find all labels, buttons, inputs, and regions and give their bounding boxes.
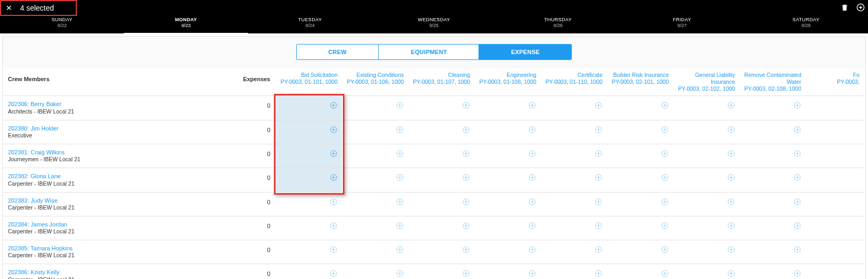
header-col-5[interactable]: Builder Risk InsurancePY-0003, 02-101, 1… xyxy=(607,68,673,95)
add-expense-cell[interactable] xyxy=(607,216,673,240)
add-expense-cell[interactable] xyxy=(805,240,864,264)
add-expense-cell[interactable] xyxy=(607,144,673,168)
add-expense-cell[interactable] xyxy=(342,95,408,119)
crew-cell[interactable]: 202382: Gloria LaneCarpenter - IBEW Loca… xyxy=(3,168,209,191)
header-col-2[interactable]: CleaningPY-0003, 01-107, 1000 xyxy=(408,68,474,95)
add-expense-cell[interactable] xyxy=(805,192,864,216)
add-expense-cell[interactable] xyxy=(541,240,607,264)
day-tab-friday[interactable]: FRIDAY9/27 xyxy=(620,15,744,33)
add-expense-cell[interactable] xyxy=(474,95,541,119)
trash-icon[interactable] xyxy=(840,3,849,14)
add-expense-cell[interactable] xyxy=(276,144,342,168)
add-expense-cell[interactable] xyxy=(342,192,408,216)
add-expense-cell[interactable] xyxy=(673,240,739,264)
add-expense-cell[interactable] xyxy=(541,120,607,144)
header-col-1[interactable]: Existing ConditionsPY-0003, 01-106, 1000 xyxy=(342,68,408,95)
add-expense-cell[interactable] xyxy=(342,264,408,279)
add-expense-cell[interactable] xyxy=(805,216,864,240)
day-tab-thursday[interactable]: THURSDAY9/26 xyxy=(496,15,620,33)
crew-cell[interactable]: 202386: Kristy KellyCarpenter - IBEW Loc… xyxy=(3,264,209,279)
add-expense-cell[interactable] xyxy=(805,144,864,168)
add-expense-cell[interactable] xyxy=(342,144,408,168)
add-expense-cell[interactable] xyxy=(739,240,805,264)
crew-cell[interactable]: 202381: Craig WilkinsJourneymen - IBEW L… xyxy=(3,144,209,168)
add-expense-cell[interactable] xyxy=(607,168,673,191)
add-expense-cell[interactable] xyxy=(474,144,541,168)
crew-name-link[interactable]: 202386: Kristy Kelly xyxy=(8,268,204,276)
add-expense-cell[interactable] xyxy=(408,192,474,216)
add-expense-cell[interactable] xyxy=(342,216,408,240)
add-expense-cell[interactable] xyxy=(805,264,864,279)
add-expense-cell[interactable] xyxy=(673,95,739,119)
add-expense-cell[interactable] xyxy=(408,144,474,168)
crew-name-link[interactable]: 202306: Berry Baker xyxy=(8,100,204,108)
add-expense-cell[interactable] xyxy=(408,95,474,119)
grid-wrap[interactable]: Crew MembersExpensesBid SolicitationPY-0… xyxy=(3,68,865,279)
crew-name-link[interactable]: 202384: James Jordan xyxy=(8,221,204,228)
header-col-8[interactable]: FoPY-0003, xyxy=(805,68,864,95)
tab-equipment[interactable]: EQUIPMENT xyxy=(379,45,479,59)
add-expense-cell[interactable] xyxy=(739,216,805,240)
add-expense-cell[interactable] xyxy=(474,120,541,144)
add-expense-cell[interactable] xyxy=(276,240,342,264)
add-expense-cell[interactable] xyxy=(342,168,408,191)
add-expense-cell[interactable] xyxy=(673,264,739,279)
day-tab-tuesday[interactable]: TUESDAY9/24 xyxy=(248,15,372,33)
add-icon[interactable] xyxy=(856,3,865,14)
header-col-7[interactable]: Remove Contaminated WaterPY-0003, 02-108… xyxy=(739,68,805,95)
crew-name-link[interactable]: 202385: Tamara Hopkins xyxy=(8,245,204,252)
add-expense-cell[interactable] xyxy=(607,120,673,144)
day-tab-saturday[interactable]: SATURDAY9/28 xyxy=(744,15,868,33)
add-expense-cell[interactable] xyxy=(739,192,805,216)
add-expense-cell[interactable] xyxy=(276,95,342,119)
add-expense-cell[interactable] xyxy=(673,144,739,168)
header-col-6[interactable]: General Liability InsurancePY-0003, 02-1… xyxy=(673,68,739,95)
crew-name-link[interactable]: 202383: Judy Wise xyxy=(8,197,204,204)
add-expense-cell[interactable] xyxy=(805,120,864,144)
add-expense-cell[interactable] xyxy=(474,168,541,191)
crew-name-link[interactable]: 202382: Gloria Lane xyxy=(8,172,204,180)
add-expense-cell[interactable] xyxy=(276,192,342,216)
add-expense-cell[interactable] xyxy=(673,168,739,191)
add-expense-cell[interactable] xyxy=(541,216,607,240)
add-expense-cell[interactable] xyxy=(739,144,805,168)
add-expense-cell[interactable] xyxy=(673,120,739,144)
crew-cell[interactable]: 202385: Tamara HopkinsCarpenter - IBEW L… xyxy=(3,240,209,264)
add-expense-cell[interactable] xyxy=(276,216,342,240)
add-expense-cell[interactable] xyxy=(408,168,474,191)
day-tab-sunday[interactable]: SUNDAY9/22 xyxy=(0,15,124,33)
crew-cell[interactable]: 202384: James JordanCarpenter - IBEW Loc… xyxy=(3,216,209,240)
add-expense-cell[interactable] xyxy=(739,264,805,279)
add-expense-cell[interactable] xyxy=(474,192,541,216)
add-expense-cell[interactable] xyxy=(408,216,474,240)
add-expense-cell[interactable] xyxy=(408,264,474,279)
add-expense-cell[interactable] xyxy=(607,95,673,119)
add-expense-cell[interactable] xyxy=(408,240,474,264)
add-expense-cell[interactable] xyxy=(541,95,607,119)
day-tab-monday[interactable]: MONDAY9/23 xyxy=(124,15,248,33)
header-col-0[interactable]: Bid SolicitationPY-0003, 01-101, 1000 xyxy=(276,68,342,95)
add-expense-cell[interactable] xyxy=(342,240,408,264)
add-expense-cell[interactable] xyxy=(673,216,739,240)
add-expense-cell[interactable] xyxy=(474,240,541,264)
crew-cell[interactable]: 202306: Berry BakerArchitects - IBEW Loc… xyxy=(3,95,209,119)
add-expense-cell[interactable] xyxy=(673,192,739,216)
add-expense-cell[interactable] xyxy=(276,120,342,144)
add-expense-cell[interactable] xyxy=(607,192,673,216)
crew-cell[interactable]: 202380: Jim HolderExecutive xyxy=(3,120,209,144)
tab-crew[interactable]: CREW xyxy=(297,45,379,59)
add-expense-cell[interactable] xyxy=(541,144,607,168)
add-expense-cell[interactable] xyxy=(607,264,673,279)
add-expense-cell[interactable] xyxy=(408,120,474,144)
header-col-4[interactable]: CertificatePY-0003, 01-110, 1000 xyxy=(541,68,607,95)
crew-cell[interactable]: 202383: Judy WiseCarpenter - IBEW Local … xyxy=(3,192,209,216)
add-expense-cell[interactable] xyxy=(342,120,408,144)
crew-name-link[interactable]: 202380: Jim Holder xyxy=(8,125,204,132)
add-expense-cell[interactable] xyxy=(474,264,541,279)
add-expense-cell[interactable] xyxy=(541,168,607,191)
add-expense-cell[interactable] xyxy=(541,192,607,216)
add-expense-cell[interactable] xyxy=(739,120,805,144)
add-expense-cell[interactable] xyxy=(474,216,541,240)
add-expense-cell[interactable] xyxy=(739,168,805,191)
day-tab-wednesday[interactable]: WEDNESDAY9/25 xyxy=(372,15,496,33)
